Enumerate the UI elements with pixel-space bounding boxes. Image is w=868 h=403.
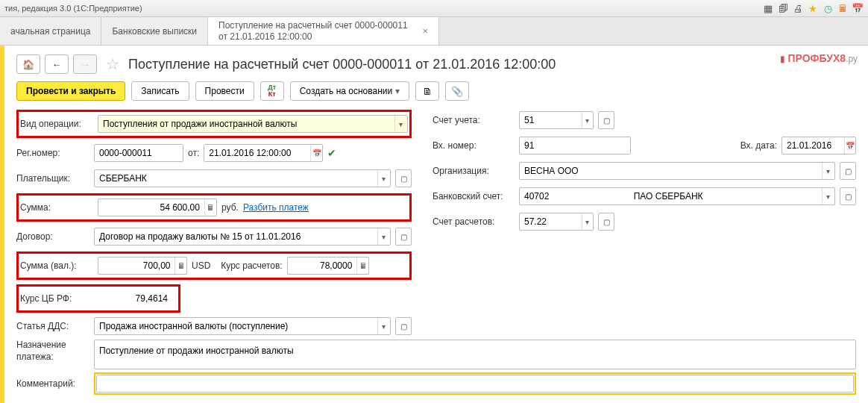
dds-field[interactable]: ▾ — [94, 317, 391, 335]
watermark-brand: ПРОФБУХ8 — [788, 52, 846, 64]
calc-icon[interactable]: 🖩 — [356, 257, 368, 274]
post-button[interactable]: Провести — [195, 81, 254, 101]
bank-acc-field[interactable]: ▾ — [519, 187, 835, 205]
settle-acc-field[interactable]: ▾ — [519, 213, 594, 231]
purpose-field[interactable] — [94, 340, 856, 369]
amount-highlight: Сумма: 🖩 руб. Разбить платеж — [16, 193, 412, 222]
in-no-input[interactable] — [520, 137, 630, 154]
settle-acc-input[interactable] — [520, 213, 582, 230]
dds-label: Статья ДДС: — [16, 321, 89, 331]
icon-1[interactable]: ▦ — [762, 2, 774, 14]
open-icon[interactable]: ▢ — [395, 228, 412, 246]
op-type-highlight: Вид операции: ▾ — [16, 110, 412, 138]
calendar-icon[interactable]: 📅 — [844, 137, 855, 154]
amount-field[interactable]: 🖩 — [98, 199, 217, 216]
icon-5[interactable]: ◷ — [822, 2, 834, 14]
reg-no-field[interactable] — [94, 144, 183, 162]
reg-date-input[interactable] — [204, 145, 310, 161]
dtkt-button[interactable]: ДтКт — [260, 81, 284, 101]
forward-button: → — [73, 54, 97, 74]
dropdown-icon[interactable]: ▾ — [377, 228, 390, 245]
op-type-field[interactable]: ▾ — [98, 115, 408, 133]
amount-input[interactable] — [98, 199, 204, 216]
save-button[interactable]: Записать — [131, 81, 189, 101]
in-date-input[interactable] — [782, 137, 844, 154]
account-label: Счет учета: — [433, 115, 515, 125]
open-icon[interactable]: ▢ — [840, 162, 856, 180]
contract-input[interactable] — [95, 228, 377, 245]
icon-2[interactable]: 🗐 — [777, 2, 789, 14]
cb-rate-highlight: Курс ЦБ РФ: — [16, 284, 180, 313]
dropdown-icon[interactable]: ▾ — [822, 163, 834, 179]
tab-label: ачальная страница — [10, 26, 90, 37]
org-field[interactable]: ▾ — [519, 162, 835, 180]
post-and-close-button[interactable]: Провести и закрыть — [16, 81, 125, 101]
back-button[interactable]: ← — [45, 54, 69, 74]
dropdown-icon[interactable]: ▾ — [582, 112, 593, 128]
comment-row: Комментарий: — [16, 372, 856, 395]
tab-bank-statements[interactable]: Банковские выписки — [101, 17, 208, 45]
account-field[interactable]: ▾ — [519, 111, 594, 129]
account-input[interactable] — [520, 112, 582, 128]
purpose-input[interactable] — [95, 343, 855, 359]
open-icon[interactable]: ▢ — [840, 187, 856, 205]
rate-calc-field[interactable]: 🖩 — [287, 257, 369, 275]
tab-document[interactable]: Поступление на расчетный счет 0000-00001… — [208, 17, 439, 45]
comment-label: Комментарий: — [16, 378, 89, 389]
calc-icon[interactable]: 🖩 — [204, 199, 216, 216]
close-icon[interactable]: × — [422, 25, 428, 37]
purpose-label: Назначение платежа: — [16, 340, 89, 363]
favorite-icon[interactable]: ☆ — [106, 55, 119, 73]
rate-calc-label: Курс расчетов: — [221, 260, 282, 271]
contract-field[interactable]: ▾ — [94, 228, 391, 246]
comment-input[interactable] — [97, 375, 853, 392]
icon-3[interactable]: 🖨 — [792, 2, 804, 14]
org-label: Организация: — [433, 166, 515, 176]
watermark: ▮ ПРОФБУХ8.ру — [780, 53, 858, 64]
titlebar-icons: ▦ 🗐 🖨 ★ ◷ 🖩 📅 — [762, 2, 864, 14]
cb-rate-input — [98, 290, 172, 307]
cb-rate-field — [98, 290, 172, 307]
comment-field[interactable] — [96, 375, 854, 393]
reg-date-field[interactable]: 📅 — [204, 144, 323, 162]
org-input[interactable] — [520, 163, 822, 179]
dropdown-icon[interactable]: ▾ — [394, 116, 407, 132]
tab-home[interactable]: ачальная страница — [0, 17, 101, 45]
attach-button[interactable]: 📎 — [445, 81, 469, 101]
dropdown-icon[interactable]: ▾ — [377, 318, 390, 334]
form-left: Вид операции: ▾ Рег.номер: от: 📅 ✔ — [16, 110, 412, 313]
open-icon[interactable]: ▢ — [395, 317, 412, 335]
payer-field[interactable]: ▾ — [94, 169, 391, 187]
open-icon[interactable]: ▢ — [598, 213, 614, 231]
payer-input[interactable] — [95, 170, 377, 187]
bank-acc-row: Банковский счет: ▾ ▢ — [433, 186, 856, 207]
open-icon[interactable]: ▢ — [395, 169, 412, 187]
calc-icon[interactable]: 🖩 — [837, 2, 849, 14]
home-button[interactable]: 🏠 — [16, 54, 40, 74]
open-icon[interactable]: ▢ — [598, 111, 614, 129]
rate-calc-input[interactable] — [288, 257, 357, 274]
dropdown-icon[interactable]: ▾ — [377, 170, 390, 187]
amount-cur-field[interactable]: 🖩 — [98, 257, 187, 275]
tab-label: Банковские выписки — [112, 26, 197, 37]
bank-acc-input[interactable] — [520, 188, 822, 204]
create-based-button[interactable]: Создать на основании — [290, 81, 410, 101]
in-no-field[interactable] — [519, 137, 631, 154]
reg-no-label: Рег.номер: — [16, 148, 89, 158]
op-type-input[interactable] — [98, 116, 394, 132]
split-payment-link[interactable]: Разбить платеж — [243, 202, 309, 213]
reg-no-input[interactable] — [95, 145, 183, 161]
dropdown-icon[interactable]: ▾ — [582, 213, 593, 230]
form-right: Счет учета: ▾ ▢ Вх. номер: Вх. дата: 📅 — [433, 110, 856, 313]
dropdown-icon[interactable]: ▾ — [822, 188, 834, 204]
print-button[interactable]: 🗎 — [415, 81, 439, 101]
toolbar: Провести и закрыть Записать Провести ДтК… — [16, 81, 856, 101]
calc-icon[interactable]: 🖩 — [174, 257, 186, 274]
amount-cur-input[interactable] — [98, 257, 174, 274]
window-title-bar: тия, редакция 3.0 (1С:Предприятие) ▦ 🗐 🖨… — [0, 0, 868, 17]
dds-input[interactable] — [95, 318, 377, 334]
calendar-icon[interactable]: 📅 — [852, 2, 864, 14]
star-fav-icon[interactable]: ★ — [807, 2, 819, 14]
in-date-field[interactable]: 📅 — [781, 137, 856, 154]
calendar-icon[interactable]: 📅 — [310, 145, 322, 161]
